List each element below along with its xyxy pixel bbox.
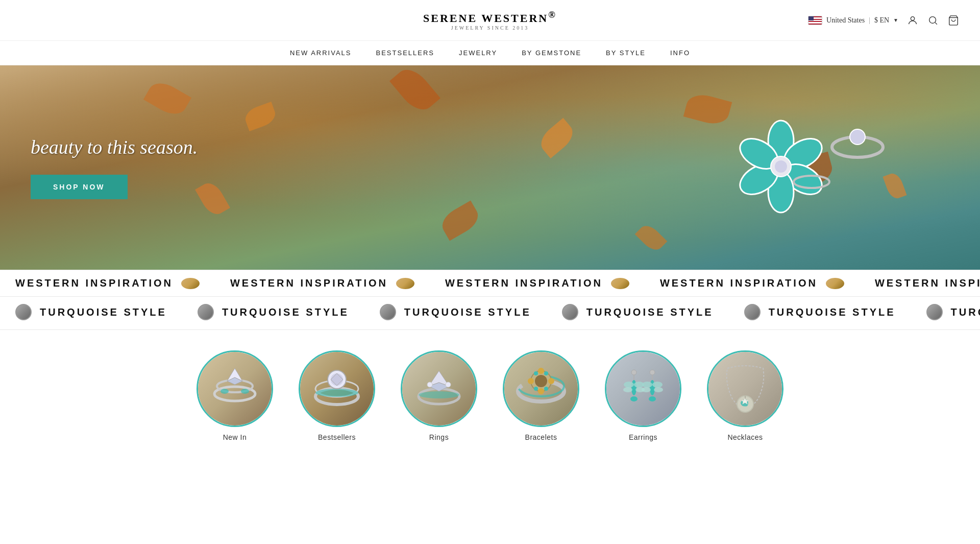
us-flag-icon [808, 16, 822, 25]
turquoise-ring-icon [380, 304, 396, 320]
category-necklaces[interactable]: Necklaces [707, 350, 783, 441]
svg-point-13 [850, 129, 865, 145]
necklaces-jewelry-svg [715, 358, 776, 419]
svg-point-51 [650, 370, 655, 375]
locale-selector[interactable]: United States | $ EN ▼ [808, 16, 898, 25]
category-label-bracelets: Bracelets [525, 433, 557, 441]
logo-tagline: JEWELRY SINCE 2013 [423, 25, 557, 31]
ticker-item-turquoise-4: TURQUOISE STYLE [547, 304, 729, 320]
svg-point-35 [535, 375, 547, 387]
ring-icon [396, 278, 414, 289]
hero-headline: beauty to this season. [31, 136, 198, 159]
turquoise-style-ticker: TURQUOISE STYLE TURQUOISE STYLE TURQUOIS… [0, 297, 980, 330]
svg-point-49 [623, 387, 632, 392]
nav-item-info[interactable]: INFO [670, 49, 690, 57]
svg-point-42 [534, 387, 538, 391]
header-right: United States | $ EN ▼ [490, 14, 960, 27]
currency-code: $ EN [874, 16, 889, 25]
category-rings[interactable]: Rings [401, 350, 477, 441]
ticker-item-turquoise-3: TURQUOISE STYLE [364, 304, 547, 320]
bracelets-jewelry-svg [510, 358, 572, 419]
category-circle-bracelets [503, 350, 579, 427]
turquoise-ring-icon [198, 304, 214, 320]
category-label-bestsellers: Bestsellers [318, 433, 356, 441]
brand-name: Serene Western [423, 12, 548, 25]
svg-point-39 [548, 378, 554, 384]
main-nav: NEW ARRIVALS BESTSELLERS JEWELRY BY GEMS… [0, 41, 980, 65]
hero-text-container: beauty to this season. SHOP NOW [0, 115, 228, 220]
ring-icon [181, 278, 200, 289]
trademark: ® [548, 10, 557, 20]
chevron-down-icon: ▼ [893, 17, 898, 23]
category-label-rings: Rings [429, 433, 449, 441]
ticker-item-turquoise-1: TURQUOISE STYLE [0, 304, 182, 320]
locale-divider: | [869, 16, 870, 25]
turquoise-ring-icon [562, 304, 578, 320]
turquoise-ring-icon [926, 304, 943, 320]
category-label-new-in: New In [223, 433, 247, 441]
logo[interactable]: Serene Western® JEWELRY SINCE 2013 [423, 10, 557, 31]
svg-point-31 [446, 382, 451, 387]
category-new-in[interactable]: New In [197, 350, 273, 441]
category-circle-rings [401, 350, 477, 427]
ring-icon [611, 278, 629, 289]
earrings-jewelry-svg [612, 358, 674, 419]
svg-point-54 [642, 382, 652, 388]
svg-point-58 [630, 396, 638, 401]
turquoise-ring-icon [744, 304, 761, 320]
nav-item-bestsellers[interactable]: BESTSELLERS [376, 49, 435, 57]
ticker-item-western-3: WESTERN INSPIRATION [430, 277, 645, 289]
svg-point-37 [538, 388, 544, 394]
nav-item-new-arrivals[interactable]: NEW ARRIVALS [290, 49, 352, 57]
svg-point-22 [315, 389, 358, 397]
ticker-item-western-5: WESTERN INSPIRATION [860, 277, 980, 289]
svg-point-55 [652, 382, 663, 388]
svg-point-10 [775, 160, 787, 173]
turquoise-ring-icon [15, 304, 32, 320]
nav-item-by-gemstone[interactable]: BY GEMSTONE [522, 49, 581, 57]
category-bracelets[interactable]: Bracelets [503, 350, 579, 441]
new-in-jewelry-svg [204, 358, 265, 419]
category-bestsellers[interactable]: Bestsellers [299, 350, 375, 441]
nav-item-by-style[interactable]: BY STYLE [606, 49, 646, 57]
svg-point-19 [241, 389, 249, 394]
cart-icon[interactable] [947, 14, 960, 27]
svg-point-40 [534, 371, 538, 375]
ticker-item-western-2: WESTERN INSPIRATION [215, 277, 430, 289]
category-circle-necklaces [707, 350, 783, 427]
category-circle-earrings [605, 350, 681, 427]
ticker-item-western-1: WESTERN INSPIRATION [0, 277, 215, 289]
svg-point-57 [654, 387, 663, 392]
svg-point-59 [649, 396, 656, 401]
svg-point-41 [544, 371, 548, 375]
nav-item-jewelry[interactable]: JEWELRY [459, 49, 497, 57]
ticker-content-turquoise: TURQUOISE STYLE TURQUOISE STYLE TURQUOIS… [0, 304, 980, 320]
ring-icon [826, 278, 844, 289]
svg-point-38 [528, 378, 534, 384]
ticker-item-turquoise-6: TURQUOISE STYLE [911, 304, 980, 320]
shop-now-button[interactable]: SHOP NOW [31, 175, 128, 199]
country-name: United States [826, 16, 865, 25]
logo-brand: Serene Western® [423, 10, 557, 25]
category-earrings[interactable]: Earrings [605, 350, 681, 441]
hero-jewelry-decoration [725, 110, 837, 225]
svg-point-44 [631, 370, 636, 375]
search-icon[interactable] [927, 14, 939, 27]
hero-banner: beauty to this season. SHOP NOW [0, 65, 980, 270]
svg-point-27 [419, 391, 459, 398]
category-circle-new-in [197, 350, 273, 427]
svg-point-0 [911, 16, 914, 20]
ticker-item-turquoise-2: TURQUOISE STYLE [182, 304, 364, 320]
category-label-earrings: Earrings [629, 433, 657, 441]
svg-point-43 [544, 387, 548, 391]
account-icon[interactable] [906, 14, 919, 27]
category-label-necklaces: Necklaces [727, 433, 763, 441]
svg-point-56 [642, 387, 651, 392]
svg-point-1 [929, 16, 936, 23]
categories-section: New In Bestsellers [0, 330, 980, 452]
hero-ring-decoration [827, 127, 888, 170]
ticker-content-western: WESTERN INSPIRATION WESTERN INSPIRATION … [0, 277, 980, 289]
svg-point-18 [220, 389, 229, 394]
svg-point-47 [624, 382, 634, 388]
ticker-item-western-4: WESTERN INSPIRATION [645, 277, 860, 289]
